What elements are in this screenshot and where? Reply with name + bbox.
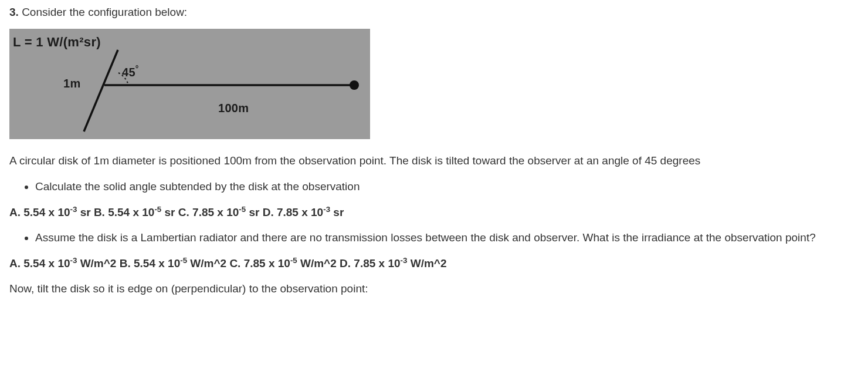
- part1-list: Calculate the solid angle subtended by t…: [9, 178, 859, 195]
- followup-prompt: Now, tilt the disk so it is edge on (per…: [9, 280, 859, 297]
- part1-prompt: Calculate the solid angle subtended by t…: [35, 178, 859, 195]
- configuration-description: A circular disk of 1m diameter is positi…: [9, 152, 859, 169]
- geometry-figure: L = 1 W/(m²sr) 1m 45° 100m: [9, 29, 370, 139]
- question-header: 3. Consider the configuration below:: [9, 4, 859, 21]
- part2-prompt: Assume the disk is a Lambertian radiator…: [35, 229, 859, 246]
- choice-C: C. 7.85 x 10-5 W/m^2: [229, 257, 340, 269]
- diagram-svg: [9, 29, 370, 139]
- choice-C: C. 7.85 x 10-5 sr: [178, 206, 263, 218]
- question-prompt: Consider the configuration below:: [22, 6, 187, 18]
- choice-A: A. 5.54 x 10-3 W/m^2: [9, 257, 120, 269]
- angle-arc-icon: [118, 73, 128, 85]
- choice-A: A. 5.54 x 10-3 sr: [9, 206, 91, 218]
- part2-choices: A. 5.54 x 10-3 W/m^2 B. 5.54 x 10-5 W/m^…: [9, 255, 859, 272]
- choice-D: D. 7.85 x 10-3 W/m^2: [340, 257, 446, 269]
- choice-D: D. 7.85 x 10-3 sr: [263, 206, 344, 218]
- part1-choices: A. 5.54 x 10-3 sr B. 5.54 x 10-5 sr C. 7…: [9, 203, 859, 221]
- choice-B: B. 5.54 x 10-5 W/m^2: [120, 257, 230, 269]
- question-number: 3.: [9, 6, 19, 18]
- part2-list: Assume the disk is a Lambertian radiator…: [9, 229, 859, 246]
- choice-B: B. 5.54 x 10-5 sr: [94, 206, 178, 218]
- observation-point-icon: [350, 80, 359, 90]
- disk-line: [84, 50, 118, 132]
